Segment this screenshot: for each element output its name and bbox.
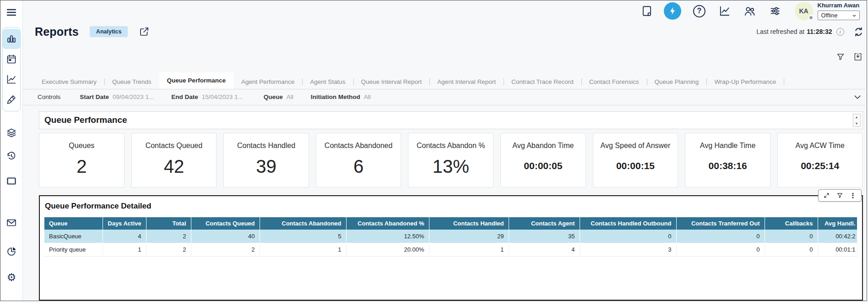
user-name: Khurram Awan [818, 2, 865, 9]
last-refreshed-label: Last refreshed at [756, 28, 804, 35]
kpi-value: 42 [164, 156, 184, 181]
filter-icon[interactable] [836, 192, 843, 199]
table-row-basicqueue[interactable]: BasicQueue 4 2 40 5 12.50% 29 35 0 0 0 [44, 230, 857, 243]
control-queue[interactable]: Queue All [264, 93, 293, 100]
page-header: Reports Analytics Last refreshed at 11:2… [23, 22, 868, 42]
tab-wrap-up-performance[interactable]: Wrap-Up Performance [706, 75, 784, 89]
kebab-menu-icon[interactable]: ⋮ [850, 192, 857, 199]
kpi-cards: Queues 2 Contacts Queued 42 Contacts Han… [39, 133, 863, 187]
report-tabs: Executive Summary Queue Trends Queue Per… [23, 75, 868, 89]
kpi-card-avg-acw-time: Avg ACW Time 00:25:14 [777, 133, 863, 187]
notes-icon[interactable] [640, 4, 654, 18]
detailed-table: Queue Days Active Total Contacts Queued … [44, 217, 857, 257]
detailed-table-title: Queue Performance Detailed [40, 196, 862, 211]
quick-actions-bolt-icon[interactable] [664, 2, 681, 20]
last-refreshed: Last refreshed at 11:28:32 i [756, 26, 864, 37]
kpi-value: 00:25:14 [801, 160, 839, 177]
table-header-row: Queue Days Active Total Contacts Queued … [44, 217, 857, 230]
col-total[interactable]: Total [146, 217, 191, 230]
col-queue[interactable]: Queue [44, 217, 103, 230]
download-icon[interactable] [853, 52, 863, 61]
tab-contract-trace-record[interactable]: Contract Trace Record [504, 75, 581, 89]
users-icon[interactable] [743, 4, 757, 18]
queue-performance-detailed-wrap: ⋮ Queue Performance Detailed Queue [39, 195, 863, 301]
col-contacts-abandoned-pct[interactable]: Contacts Abandoned % [346, 217, 429, 230]
status-dot [808, 15, 814, 20]
question-mark-glyph: ? [693, 5, 705, 17]
tab-queue-planning[interactable]: Queue Planning [647, 75, 707, 89]
col-contacts-handled[interactable]: Contacts Handled [429, 217, 509, 230]
user-block: Khurram Awan Offline [818, 2, 865, 20]
sidebar-item-calendar[interactable] [3, 49, 20, 69]
section-title-panel: Queue Performance ▲ ▼ [39, 111, 863, 130]
spinner-up-button[interactable]: ▲ [853, 114, 860, 121]
sheet-toolbar [23, 42, 868, 64]
sidebar-nav-group [2, 27, 21, 111]
kpi-value: 6 [353, 156, 363, 181]
status-select[interactable]: Offline [818, 11, 860, 20]
info-icon[interactable]: i [836, 28, 844, 36]
col-callbacks[interactable]: Callbacks [765, 217, 818, 230]
col-avg-handle[interactable]: Avg Handl. [818, 217, 857, 230]
tab-executive-summary[interactable]: Executive Summary [34, 75, 104, 89]
main-area: ? KA Khurram Awan Offline [23, 0, 868, 301]
table-row-priority-queue[interactable]: Priority queue 1 2 2 1 20.00% 1 4 3 0 0 [44, 243, 857, 256]
gear-icon[interactable]: ⚙ [5, 271, 18, 283]
calendar-icon [6, 54, 17, 65]
col-contacts-agent[interactable]: Contacts Agent [509, 217, 580, 230]
control-initiation-method[interactable]: Initiation Method All [311, 93, 371, 100]
browser-window-icon[interactable] [5, 175, 18, 187]
line-chart-icon [6, 74, 17, 85]
metrics-chart-icon[interactable] [718, 4, 732, 18]
col-contacts-handled-outbound[interactable]: Contacts Handled Outbound [580, 217, 676, 230]
control-start-date[interactable]: Start Date 09/04/2023 1... [80, 93, 154, 100]
tab-agent-interval-report[interactable]: Agent Interval Report [429, 75, 504, 89]
controls-collapse-chevron-icon[interactable] [852, 92, 863, 102]
tab-agent-performance[interactable]: Agent Performance [233, 75, 302, 89]
chevron-down-icon [852, 13, 857, 18]
user-avatar[interactable]: KA [795, 2, 813, 20]
sidebar-item-metrics[interactable] [3, 69, 20, 89]
tab-queue-trends[interactable]: Queue Trends [104, 75, 159, 89]
external-link-icon[interactable] [139, 26, 150, 37]
kpi-card-avg-handle-time: Avg Handle Time 00:38:16 [685, 133, 770, 187]
hamburger-menu-icon[interactable] [5, 7, 17, 18]
filter-icon[interactable] [836, 52, 845, 61]
kpi-value: 13% [433, 156, 469, 181]
control-end-date[interactable]: End Date 15/04/2023 1... [171, 93, 243, 100]
col-contacts-abandoned[interactable]: Contacts Abandoned [260, 217, 346, 230]
layers-icon[interactable] [5, 127, 18, 139]
kpi-card-contacts-abandon-pct: Contacts Abandon % 13% [408, 133, 494, 187]
col-days-active[interactable]: Days Active [103, 217, 146, 230]
mail-icon[interactable] [5, 217, 18, 229]
status-value: Offline [821, 12, 838, 19]
last-refreshed-time: 11:28:32 [807, 28, 832, 35]
sidebar-item-design[interactable] [3, 89, 20, 110]
kpi-card-contacts-queued: Contacts Queued 42 [131, 133, 217, 187]
kpi-card-queues: Queues 2 [39, 133, 125, 187]
section-spinner: ▲ ▼ [853, 114, 861, 127]
history-icon[interactable] [5, 150, 18, 162]
kpi-value: 39 [256, 156, 277, 181]
bar-chart-icon [6, 33, 17, 44]
app-window: ⚙ ? KA [0, 0, 867, 301]
sidebar-item-analytics[interactable] [3, 29, 20, 49]
topbar: ? KA Khurram Awan Offline [23, 0, 868, 22]
expand-icon[interactable] [823, 192, 830, 199]
tab-contact-forensics[interactable]: Contact Forensics [581, 75, 647, 89]
kpi-card-avg-speed-of-answer: Avg Speed of Answer 00:00:15 [593, 133, 678, 187]
tab-agent-status[interactable]: Agent Status [302, 75, 353, 89]
kpi-value: 00:00:15 [616, 160, 655, 177]
spinner-down-button[interactable]: ▼ [853, 120, 860, 126]
col-contacts-queued[interactable]: Contacts Queued [191, 217, 260, 230]
kpi-card-contacts-abandoned: Contacts Abandoned 6 [316, 133, 401, 187]
col-contacts-tranferred-out[interactable]: Contacts Tranferred Out [676, 217, 765, 230]
kpi-card-avg-abandon-time: Avg Abandon Time 00:00:05 [500, 133, 586, 187]
help-icon[interactable]: ? [693, 4, 706, 18]
kpi-value: 00:00:05 [524, 160, 562, 177]
tab-queue-performance[interactable]: Queue Performance [159, 72, 233, 89]
tab-queue-interval-report[interactable]: Queue Interval Report [353, 75, 430, 89]
settings-sliders-icon[interactable] [768, 4, 782, 18]
pie-chart-icon[interactable] [5, 246, 18, 258]
refresh-icon[interactable] [853, 26, 864, 37]
